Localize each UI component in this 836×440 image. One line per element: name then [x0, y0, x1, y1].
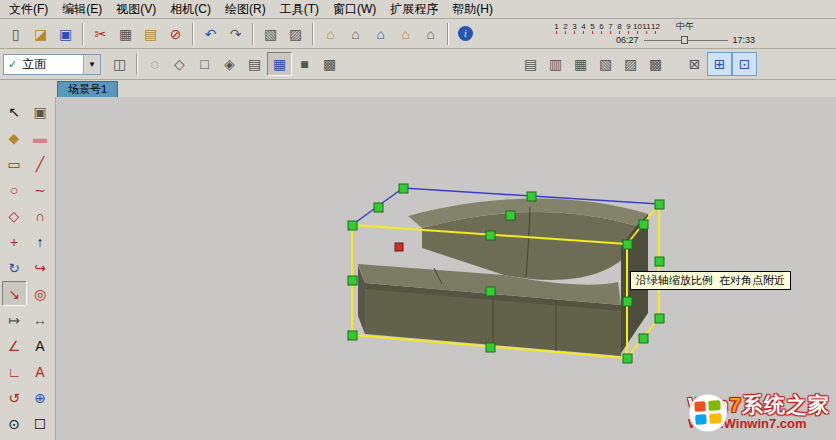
freehand-icon: ∼	[34, 182, 46, 198]
scale-handle[interactable]	[348, 331, 357, 340]
tool-select[interactable]: ↖	[2, 99, 27, 124]
tool-rectangle[interactable]: ▭	[2, 151, 27, 176]
house-4-button[interactable]: ⌂	[393, 22, 418, 46]
menu-draw[interactable]: 绘图(R)	[218, 0, 273, 20]
tool-dimension[interactable]: ↔	[28, 307, 53, 332]
view-1-button[interactable]: ⊠	[682, 52, 707, 76]
month-tick: 11	[642, 22, 651, 34]
time-slider[interactable]	[644, 40, 728, 41]
tool-scale[interactable]: ↘	[2, 281, 27, 306]
scale-handle[interactable]	[639, 220, 648, 229]
menu-bar: 文件(F) 编辑(E) 视图(V) 相机(C) 绘图(R) 工具(T) 窗口(W…	[0, 0, 836, 19]
scale-handle[interactable]	[348, 221, 357, 230]
style-hidden-line-button[interactable]: ◈	[217, 52, 242, 76]
display-1-button[interactable]: ▤	[518, 52, 543, 76]
copy-button[interactable]: ▦	[113, 22, 138, 46]
scale-handle[interactable]	[623, 240, 632, 249]
scale-handle[interactable]	[486, 343, 495, 352]
cut-button[interactable]: ✂	[88, 22, 113, 46]
scene-tab[interactable]: 场景号1	[57, 81, 118, 97]
section-plane-button[interactable]: ◫	[107, 52, 132, 76]
display-2-button[interactable]: ▥	[543, 52, 568, 76]
new-button[interactable]: ▯	[3, 22, 28, 46]
style-xray-button[interactable]: ◌	[142, 52, 167, 76]
menu-camera[interactable]: 相机(C)	[163, 0, 218, 20]
tool-axes[interactable]: ∟	[2, 359, 27, 384]
tool-offset[interactable]: ◎	[28, 281, 53, 306]
info-button[interactable]: i	[453, 22, 478, 46]
style-extra-button[interactable]: ▩	[317, 52, 342, 76]
model-viewport	[56, 97, 836, 440]
house-5-button[interactable]: ⌂	[418, 22, 443, 46]
model-box-1-button[interactable]: ▧	[258, 22, 283, 46]
scale-handle[interactable]	[486, 287, 495, 296]
sofa-model[interactable]	[358, 198, 648, 356]
tool-tape-measure[interactable]: ↦	[2, 307, 27, 332]
save-button[interactable]: ▣	[53, 22, 78, 46]
drawing-canvas[interactable]: 沿绿轴缩放比例 在对角点附近 Win7系统之家 Www.Winwin7.com	[56, 97, 836, 440]
scale-handle[interactable]	[506, 211, 515, 220]
date-slider[interactable]: 1 2 3 4 5 6 7 8 9 10 11 12 中午	[552, 22, 794, 34]
paste-button[interactable]: ▤	[138, 22, 163, 46]
display-6-button[interactable]: ▩	[643, 52, 668, 76]
scale-handle[interactable]	[639, 334, 648, 343]
chevron-down-icon[interactable]: ▾	[83, 55, 100, 74]
view-3-button[interactable]: ⊡	[732, 52, 757, 76]
model-box-2-button[interactable]: ▨	[283, 22, 308, 46]
tool-freehand[interactable]: ∼	[28, 177, 53, 202]
style-monochrome-button[interactable]: ■	[292, 52, 317, 76]
house-2-button[interactable]: ⌂	[343, 22, 368, 46]
open-button[interactable]: ◪	[28, 22, 53, 46]
tool-orbit[interactable]: ↺	[2, 385, 27, 410]
delete-button[interactable]: ⊘	[163, 22, 188, 46]
tool-pan[interactable]: ⊕	[28, 385, 53, 410]
style-wireframe-button[interactable]: □	[192, 52, 217, 76]
tool-zoom[interactable]: ⊙	[2, 411, 27, 436]
display-3-button[interactable]: ▦	[568, 52, 593, 76]
house-3-button[interactable]: ⌂	[368, 22, 393, 46]
tool-paint-bucket[interactable]: ◆	[2, 125, 27, 150]
style-shaded-button[interactable]: ▤	[242, 52, 267, 76]
menu-view[interactable]: 视图(V)	[109, 0, 163, 20]
time-slider-handle[interactable]	[681, 36, 688, 44]
view-2-button[interactable]: ⊞	[707, 52, 732, 76]
display-4-button[interactable]: ▧	[593, 52, 618, 76]
scale-handle[interactable]	[655, 257, 664, 266]
scale-handle[interactable]	[399, 184, 408, 193]
scale-handle[interactable]	[374, 203, 383, 212]
menu-help[interactable]: 帮助(H)	[445, 0, 500, 20]
menu-tools[interactable]: 工具(T)	[273, 0, 326, 20]
tool-3d-text[interactable]: A	[28, 359, 53, 384]
undo-button[interactable]: ↶	[198, 22, 223, 46]
scale-handle[interactable]	[348, 276, 357, 285]
tool-zoom-extents[interactable]: ☐	[28, 411, 53, 436]
display-5-button[interactable]: ▨	[618, 52, 643, 76]
tool-protractor[interactable]: ∠	[2, 333, 27, 358]
scale-handle[interactable]	[655, 314, 664, 323]
tool-follow-me[interactable]: ↪	[28, 255, 53, 280]
scale-handle[interactable]	[623, 354, 632, 363]
style-back-edges-button[interactable]: ◇	[167, 52, 192, 76]
tool-circle[interactable]: ○	[2, 177, 27, 202]
tool-arc[interactable]: ∩	[28, 203, 53, 228]
tool-make-component[interactable]: ▣	[28, 99, 53, 124]
menu-window[interactable]: 窗口(W)	[326, 0, 383, 20]
style-shaded-textures-button[interactable]: ▦	[267, 52, 292, 76]
tool-rotate[interactable]: ↻	[2, 255, 27, 280]
warehouse-button[interactable]: ⌂	[318, 22, 343, 46]
scale-handle[interactable]	[527, 192, 536, 201]
tool-move[interactable]: +	[2, 229, 27, 254]
view-dropdown[interactable]: ✓ 立面 ▾	[3, 54, 101, 75]
menu-file[interactable]: 文件(F)	[2, 0, 55, 20]
redo-button[interactable]: ↷	[223, 22, 248, 46]
tool-line[interactable]: ╱	[28, 151, 53, 176]
menu-edit[interactable]: 编辑(E)	[55, 0, 109, 20]
scale-handle[interactable]	[655, 200, 664, 209]
tool-eraser[interactable]: ▬	[28, 125, 53, 150]
tool-polygon[interactable]: ◇	[2, 203, 27, 228]
tool-text[interactable]: A	[28, 333, 53, 358]
tool-push-pull[interactable]: ↑	[28, 229, 53, 254]
scale-handle[interactable]	[623, 297, 632, 306]
scale-handle[interactable]	[486, 231, 495, 240]
menu-extensions[interactable]: 扩展程序	[383, 0, 445, 20]
